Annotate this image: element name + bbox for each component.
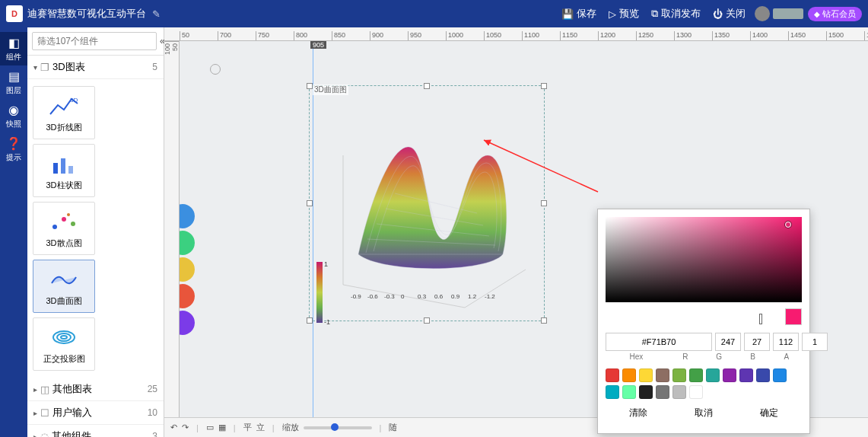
preview-button[interactable]: ▷预览 — [603, 7, 645, 21]
tile-ortho[interactable]: 正交投影图 — [33, 317, 95, 371]
cat-other-comp[interactable]: ▸ ◌ 其他组件 3 — [27, 425, 164, 437]
a-input[interactable] — [802, 333, 828, 351]
preset-swatch[interactable] — [689, 368, 703, 382]
cat-3d-charts[interactable]: ▾ ❐ 3D图表 5 — [27, 56, 164, 79]
zoom-slider[interactable] — [304, 426, 372, 429]
cat-label: 其他图表 — [52, 382, 92, 396]
preset-swatch[interactable] — [739, 368, 753, 382]
grid-icon: ◫ — [40, 384, 49, 395]
rail-components[interactable]: ◧组件 — [0, 32, 27, 65]
save-button[interactable]: 💾保存 — [555, 7, 603, 21]
preset-swatch[interactable] — [639, 385, 653, 399]
ortho-icon — [49, 324, 79, 350]
tb-undo-icon[interactable]: ↶ — [170, 423, 177, 432]
tile-label: 正交投影图 — [43, 353, 85, 365]
colorbar — [316, 262, 323, 323]
handle-tl[interactable] — [307, 83, 313, 89]
svg-point-10 — [61, 336, 67, 339]
tb-grid-icon[interactable]: ▦ — [218, 423, 226, 432]
color-clear-button[interactable]: 清除 — [629, 407, 647, 419]
preset-swatch[interactable] — [706, 368, 720, 382]
preset-swatch[interactable] — [756, 368, 770, 382]
tb-rect-icon[interactable]: ▭ — [206, 423, 214, 432]
lbl-g: G — [704, 352, 734, 361]
svg-point-15 — [180, 311, 195, 335]
color-preview — [785, 308, 802, 325]
svg-text:3D: 3D — [70, 97, 78, 104]
user-name — [773, 8, 803, 19]
svg-text:0.3: 0.3 — [418, 293, 427, 300]
preset-swatch[interactable] — [672, 385, 686, 399]
handle-l[interactable] — [307, 200, 313, 206]
rail-hint[interactable]: ❓提示 — [0, 132, 27, 166]
svg-point-4 — [52, 225, 57, 229]
colorbar-min: -1 — [324, 318, 330, 326]
rail-layers[interactable]: ▤图层 — [0, 65, 27, 99]
svg-point-9 — [57, 333, 71, 341]
svg-text:-1.2: -1.2 — [485, 293, 495, 300]
svg-text:0.9: 0.9 — [451, 293, 460, 300]
hex-input[interactable] — [606, 333, 712, 351]
tb-li[interactable]: 立 — [256, 422, 265, 433]
g-input[interactable] — [744, 333, 770, 351]
cat-count: 10 — [148, 407, 157, 418]
saturation-field[interactable] — [606, 217, 802, 302]
offscreen-handle — [210, 64, 221, 75]
cat-user-input[interactable]: ▸ ☐ 用户输入 10 — [27, 401, 164, 425]
svg-point-13 — [180, 257, 195, 282]
handle-bl[interactable] — [307, 317, 313, 324]
cat-label: 3D图表 — [52, 60, 85, 74]
cat-count: 5 — [152, 62, 157, 72]
tile-3d-scatter[interactable]: 3D散点图 — [33, 202, 95, 255]
color-ok-button[interactable]: 确定 — [760, 407, 778, 419]
handle-tr[interactable] — [541, 83, 547, 89]
preset-swatch[interactable] — [773, 368, 787, 382]
cat-count: 25 — [148, 384, 157, 394]
tile-3d-line[interactable]: 3D 3D折线图 — [33, 86, 95, 139]
svg-text:-0.6: -0.6 — [367, 293, 378, 300]
close-button[interactable]: ⏻关闭 — [707, 7, 752, 21]
svg-line-17 — [465, 270, 526, 308]
handle-r[interactable] — [541, 200, 547, 206]
lbl-a: A — [771, 352, 802, 361]
tile-label: 3D曲面图 — [46, 295, 81, 307]
tile-3d-bar[interactable]: 3D柱状图 — [33, 144, 95, 197]
user-avatar[interactable] — [755, 6, 770, 21]
preset-swatch[interactable] — [689, 385, 703, 399]
preset-swatch[interactable] — [723, 368, 736, 382]
surface-chart[interactable]: -0.9-0.6-0.300.30.60.91.2-1.2 — [313, 94, 541, 323]
unpublish-button[interactable]: ⧉取消发布 — [645, 7, 707, 21]
cat-label: 其他组件 — [52, 429, 91, 437]
preset-swatch[interactable] — [656, 385, 669, 399]
edit-title-icon[interactable]: ✎ — [152, 8, 161, 20]
tb-redo-icon[interactable]: ↷ — [182, 423, 189, 432]
ruler-vertical[interactable]: 50100150200250300350400450 — [164, 41, 180, 417]
preset-swatch[interactable] — [606, 368, 619, 382]
tile-grid: 3D 3D折线图 3D柱状图 3D散点图 3D曲面图 正交投影图 — [27, 79, 164, 378]
preset-swatch[interactable] — [656, 368, 669, 382]
component-search-input[interactable] — [32, 32, 157, 50]
r-input[interactable] — [715, 333, 741, 351]
svg-point-12 — [180, 231, 195, 255]
preset-swatch[interactable] — [622, 368, 636, 382]
color-cancel-button[interactable]: 取消 — [695, 407, 713, 419]
app-header: D 迪赛智慧数可视化互动平台 ✎ 💾保存 ▷预览 ⧉取消发布 ⏻关闭 钻石会员 — [0, 0, 868, 27]
membership-badge[interactable]: 钻石会员 — [808, 7, 862, 21]
ruler-horizontal[interactable]: 5070075080085090095010001050110011501200… — [164, 27, 868, 41]
hue-handle[interactable] — [759, 314, 762, 324]
tb-random[interactable]: 随 — [389, 422, 397, 433]
cat-other-charts[interactable]: ▸ ◫ 其他图表 25 — [27, 378, 164, 401]
tile-3d-surface[interactable]: 3D曲面图 — [33, 260, 95, 313]
svg-text:1.2: 1.2 — [468, 293, 477, 300]
rail-snapshot[interactable]: ◉快照 — [0, 99, 27, 132]
handle-t[interactable] — [424, 83, 430, 89]
tb-ping[interactable]: 平 — [243, 422, 252, 433]
preset-swatch[interactable] — [606, 385, 619, 399]
preset-swatch[interactable] — [622, 385, 636, 399]
b-input[interactable] — [773, 333, 799, 351]
preset-swatch[interactable] — [639, 368, 653, 382]
preset-swatch[interactable] — [672, 368, 686, 382]
handle-br[interactable] — [541, 317, 547, 324]
sat-cursor[interactable] — [785, 222, 791, 228]
svg-text:0: 0 — [401, 293, 405, 300]
